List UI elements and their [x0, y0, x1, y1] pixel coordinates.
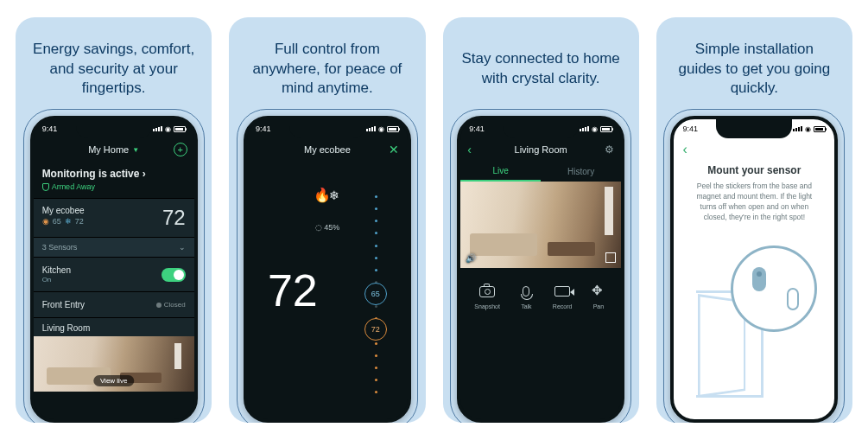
- temperature-display: 72: [268, 265, 318, 316]
- kitchen-row[interactable]: Kitchen On: [34, 258, 194, 292]
- status-time: 9:41: [256, 124, 271, 133]
- camera-title: Living Room: [515, 144, 567, 155]
- phone-frame-4: 9:41 ◉ ‹ Mount your sensor Peel the stic…: [670, 116, 838, 423]
- phone-frame-3: 9:41 ◉ ‹ Living Room ⚙ Live History: [457, 116, 624, 423]
- sensor-magnet-icon: [787, 288, 799, 310]
- thermostat-title: My ecobee: [304, 144, 351, 155]
- record-button[interactable]: Record: [553, 284, 573, 309]
- phone-frame-2: 9:41 ◉ My ecobee ✕ 🔥❄ ◌ 45% 72: [244, 116, 411, 423]
- notch: [76, 119, 152, 138]
- monitoring-title: Monitoring is active ›: [42, 168, 186, 180]
- signal-icon: [793, 126, 802, 131]
- armed-state: Armed Away: [42, 182, 186, 191]
- home-name: My Home: [88, 144, 129, 155]
- current-temp: 72: [162, 206, 186, 230]
- notch: [503, 119, 579, 138]
- battery-icon: [814, 126, 826, 132]
- dropdown-icon: ▼: [132, 146, 139, 154]
- caption-1: Energy savings, comfort, and security at…: [16, 17, 212, 112]
- caption-2: Full control from anywhere, for peace of…: [229, 17, 425, 112]
- living-room-card[interactable]: Living Room View live: [34, 318, 194, 392]
- setup-description: Peel the stickers from the base and magn…: [686, 182, 822, 223]
- front-entry-row[interactable]: Front Entry Closed: [34, 292, 194, 318]
- home-header[interactable]: My Home ▼ +: [34, 138, 194, 161]
- promo-panel-4: Simple installation guides to get you go…: [656, 17, 852, 423]
- gear-icon[interactable]: ⚙: [605, 143, 614, 156]
- camera-feed[interactable]: 🔊: [460, 182, 621, 268]
- promo-panel-1: Energy savings, comfort, and security at…: [16, 17, 212, 423]
- sensor-base-icon: [752, 267, 766, 291]
- kitchen-toggle[interactable]: [162, 268, 186, 282]
- chevron-down-icon: ⌄: [179, 243, 186, 252]
- camera-thumbnail: View live: [34, 336, 194, 392]
- close-icon[interactable]: ✕: [389, 143, 399, 156]
- camera-controls: Snapshot Talk Record Pan: [460, 268, 621, 325]
- kitchen-name: Kitchen: [42, 265, 71, 275]
- fullscreen-icon[interactable]: [605, 252, 616, 263]
- setup-illustration: [686, 242, 822, 398]
- setpoint-slider[interactable]: 65 72: [364, 195, 390, 393]
- battery-icon: [174, 126, 186, 132]
- setup-title: Mount your sensor: [686, 164, 822, 176]
- shield-icon: [42, 183, 49, 191]
- monitoring-card[interactable]: Monitoring is active › Armed Away: [34, 161, 194, 199]
- thermostat-header: My ecobee ✕: [247, 138, 408, 161]
- kitchen-state: On: [42, 276, 71, 284]
- video-icon: [554, 286, 570, 297]
- speaker-icon[interactable]: 🔊: [466, 253, 476, 263]
- wifi-icon: ◉: [592, 125, 598, 133]
- back-icon[interactable]: ‹: [682, 142, 687, 157]
- setpoint-icon: ❄: [65, 217, 72, 226]
- closed-dot-icon: [156, 303, 162, 308]
- tab-live[interactable]: Live: [460, 161, 541, 182]
- battery-icon: [387, 126, 399, 132]
- notch: [289, 119, 365, 138]
- add-button[interactable]: +: [174, 143, 187, 156]
- sensors-row[interactable]: 3 Sensors ⌄: [34, 238, 194, 258]
- signal-icon: [580, 126, 589, 131]
- humidity-icon: ◉: [42, 217, 49, 226]
- pan-button[interactable]: Pan: [590, 284, 607, 309]
- mode-icon: 🔥❄: [315, 187, 339, 203]
- promo-panel-3: Stay connected to home with crystal clar…: [443, 17, 639, 423]
- signal-icon: [366, 126, 376, 131]
- wifi-icon: ◉: [378, 125, 384, 133]
- camera-header: ‹ Living Room ⚙: [460, 138, 621, 161]
- caption-4: Simple installation guides to get you go…: [656, 17, 852, 112]
- front-entry-name: Front Entry: [42, 300, 85, 309]
- cool-setpoint[interactable]: 65: [364, 283, 387, 305]
- thermostat-name: My ecobee: [42, 206, 85, 215]
- living-room-label: Living Room: [42, 323, 186, 333]
- microphone-icon: [523, 286, 529, 297]
- pan-icon: [592, 284, 605, 298]
- tab-history[interactable]: History: [541, 161, 621, 182]
- camera-tabs: Live History: [460, 161, 621, 182]
- status-time: 9:41: [682, 124, 698, 133]
- wifi-icon: ◉: [805, 125, 811, 133]
- heat-setpoint[interactable]: 72: [364, 318, 387, 341]
- status-time: 9:41: [469, 124, 485, 133]
- thermostat-card[interactable]: My ecobee ◉65 ❄72 72: [34, 199, 194, 238]
- back-icon[interactable]: ‹: [467, 143, 472, 156]
- status-time: 9:41: [42, 124, 58, 133]
- notch: [716, 119, 792, 138]
- signal-icon: [153, 126, 162, 131]
- battery-icon: [600, 126, 612, 132]
- snapshot-button[interactable]: Snapshot: [474, 284, 500, 309]
- promo-panel-2: Full control from anywhere, for peace of…: [229, 17, 425, 423]
- camera-icon: [479, 286, 495, 297]
- view-live-button[interactable]: View live: [93, 375, 134, 386]
- wifi-icon: ◉: [165, 125, 171, 133]
- humidity-readout: ◌ 45%: [315, 223, 340, 232]
- caption-3: Stay connected to home with crystal clar…: [443, 17, 639, 112]
- phone-frame-1: 9:41 ◉ My Home ▼ + Monitoring is active …: [30, 116, 198, 423]
- talk-button[interactable]: Talk: [517, 284, 535, 309]
